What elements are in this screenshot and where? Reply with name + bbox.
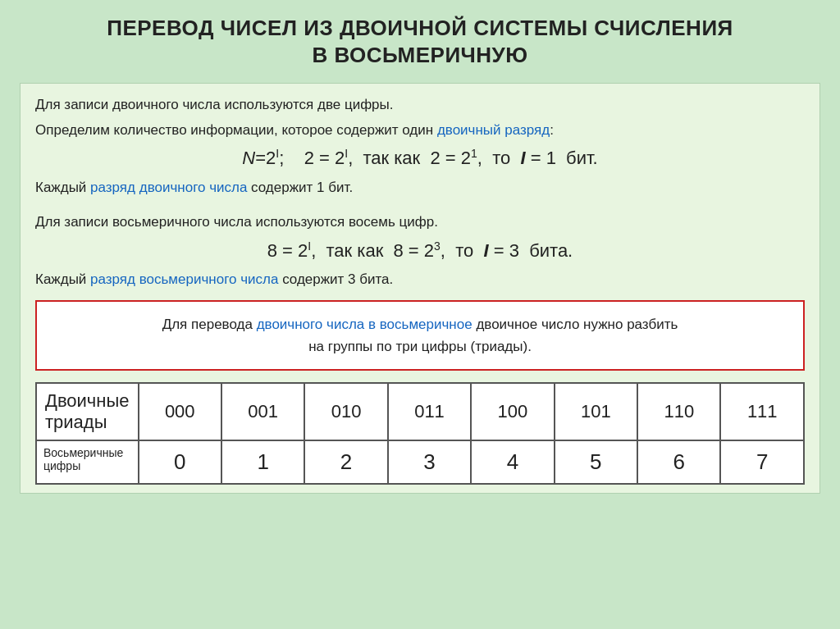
intro-line1: Для записи двоичного числа используются … — [35, 95, 805, 116]
intro-line2: Определим количество информации, которое… — [35, 121, 805, 141]
octal-line2-blue: разряд восьмеричного числа — [90, 271, 278, 287]
octal-line1: Для записи восьмеричного числа использую… — [35, 212, 805, 233]
highlight-box: Для перевода двоичного числа в восьмерич… — [35, 300, 805, 371]
content-box: Для записи двоичного числа используются … — [20, 83, 820, 494]
intro-line3-suffix: содержит 1 бит. — [247, 180, 353, 195]
highlight-line2: на группы по три цифры (триады). — [308, 339, 532, 354]
intro-line3-prefix: Каждый — [35, 180, 90, 195]
octal-7: 7 — [720, 440, 804, 484]
page: ПЕРЕВОД ЧИСЕЛ ИЗ ДВОИЧНОЙ СИСТЕМЫ СЧИСЛЕ… — [0, 0, 840, 629]
octal-5: 5 — [555, 440, 637, 484]
binary-011: 011 — [388, 383, 471, 440]
binary-010: 010 — [304, 383, 387, 440]
highlight-suffix: двоичное число нужно разбить — [472, 317, 678, 332]
octal-row: Восьмеричные цифры 0 1 2 3 4 5 6 7 — [36, 440, 804, 484]
title-line2: В ВОСЬМЕРИЧНУЮ — [20, 42, 820, 69]
octal-line2: Каждый разряд восьмеричного числа содерж… — [35, 270, 805, 290]
intro-line3-blue: разряд двоичного числа — [90, 180, 247, 195]
binary-row: Двоичные триады 000 001 010 011 100 101 … — [36, 383, 804, 440]
octal-3: 3 — [388, 440, 471, 484]
intro-line2-blue: двоичный разряд — [437, 122, 550, 138]
binary-101: 101 — [555, 383, 637, 440]
binary-110: 110 — [637, 383, 720, 440]
octal-header: Восьмеричные цифры — [36, 440, 139, 484]
title-line1: ПЕРЕВОД ЧИСЕЛ ИЗ ДВОИЧНОЙ СИСТЕМЫ СЧИСЛЕ… — [20, 15, 820, 42]
highlight-blue: двоичного числа в восьмеричное — [257, 317, 472, 332]
octal-6: 6 — [637, 440, 720, 484]
binary-001: 001 — [221, 383, 304, 440]
main-title: ПЕРЕВОД ЧИСЕЛ ИЗ ДВОИЧНОЙ СИСТЕМЫ СЧИСЛЕ… — [20, 15, 820, 68]
binary-header: Двоичные триады — [36, 383, 139, 440]
formula1: N=2I; 2 = 2I, так как 2 = 21, то I = 1 б… — [35, 147, 805, 169]
intro-line2-suffix: : — [550, 122, 554, 138]
octal-line2-prefix: Каждый — [35, 271, 90, 287]
intro-line2-prefix: Определим количество информации, которое… — [35, 122, 437, 138]
octal-4: 4 — [471, 440, 554, 484]
binary-100: 100 — [471, 383, 554, 440]
conversion-table: Двоичные триады 000 001 010 011 100 101 … — [35, 382, 805, 485]
binary-000: 000 — [139, 383, 221, 440]
highlight-prefix: Для перевода — [162, 317, 257, 332]
formula2: 8 = 2I, так как 8 = 23, то I = 3 бита. — [35, 239, 805, 262]
intro-line3: Каждый разряд двоичного числа содержит 1… — [35, 178, 805, 198]
octal-0: 0 — [139, 440, 221, 484]
octal-1: 1 — [221, 440, 304, 484]
binary-111: 111 — [720, 383, 804, 440]
octal-2: 2 — [304, 440, 387, 484]
octal-line2-suffix: содержит 3 бита. — [278, 271, 393, 287]
